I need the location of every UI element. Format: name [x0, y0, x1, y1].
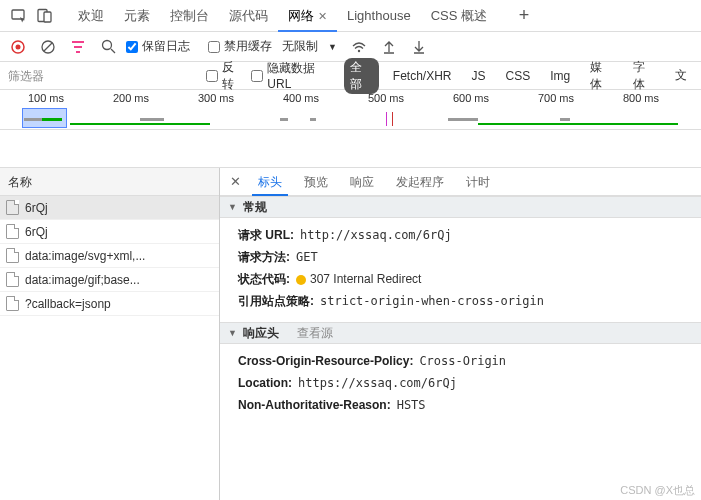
- clear-button[interactable]: [36, 35, 60, 59]
- header-key: Cross-Origin-Resource-Policy:: [238, 350, 413, 372]
- status-dot-icon: [296, 275, 306, 285]
- filter-bar: 筛选器 反转 隐藏数据 URL 全部 Fetch/XHR JS CSS Img …: [0, 62, 701, 90]
- add-tab-button[interactable]: +: [511, 5, 537, 26]
- filter-media[interactable]: 媒体: [584, 58, 618, 94]
- close-detail-button[interactable]: ✕: [224, 174, 246, 189]
- filter-all[interactable]: 全部: [344, 58, 378, 94]
- inspect-icon[interactable]: [6, 3, 32, 29]
- file-icon: [6, 272, 19, 287]
- timeline-spacer: [0, 130, 701, 168]
- close-icon[interactable]: ✕: [318, 10, 327, 22]
- svg-point-9: [358, 49, 360, 51]
- preserve-log-checkbox[interactable]: 保留日志: [126, 38, 190, 55]
- filter-font[interactable]: 字体: [627, 58, 661, 94]
- tab-elements[interactable]: 元素: [114, 0, 160, 32]
- hide-data-urls-checkbox[interactable]: 隐藏数据 URL: [251, 60, 336, 91]
- request-method-label: 请求方法:: [238, 246, 290, 268]
- header-value: Cross-Origin: [419, 350, 506, 372]
- header-value: https://xssaq.com/6rQj: [298, 372, 457, 394]
- filter-input[interactable]: 筛选器: [8, 66, 198, 86]
- watermark: CSDN @X也总: [620, 483, 695, 498]
- request-row[interactable]: data:image/gif;base...: [0, 268, 219, 292]
- request-url-label: 请求 URL:: [238, 224, 294, 246]
- filter-icon[interactable]: [66, 35, 90, 59]
- devtools-tabbar: 欢迎 元素 控制台 源代码 网络✕ Lighthouse CSS 概述 +: [0, 0, 701, 32]
- record-button[interactable]: [6, 35, 30, 59]
- tab-lighthouse[interactable]: Lighthouse: [337, 0, 421, 32]
- status-code-label: 状态代码:: [238, 268, 290, 290]
- request-method-value: GET: [296, 246, 318, 268]
- tab-sources[interactable]: 源代码: [219, 0, 278, 32]
- search-icon[interactable]: [96, 35, 120, 59]
- detail-tab-initiator[interactable]: 发起程序: [386, 168, 454, 196]
- disable-cache-checkbox[interactable]: 禁用缓存: [208, 38, 272, 55]
- tab-network[interactable]: 网络✕: [278, 0, 337, 32]
- chevron-down-icon: ▼: [228, 322, 237, 344]
- view-source-link[interactable]: 查看源: [297, 322, 333, 344]
- file-icon: [6, 248, 19, 263]
- status-code-value: 307 Internal Redirect: [296, 268, 421, 290]
- filter-fetch[interactable]: Fetch/XHR: [387, 68, 458, 84]
- header-key: Location:: [238, 372, 292, 394]
- request-url-value: http://xssaq.com/6rQj: [300, 224, 452, 246]
- download-icon[interactable]: [407, 35, 431, 59]
- svg-line-6: [44, 43, 52, 51]
- filter-img[interactable]: Img: [544, 68, 576, 84]
- request-row[interactable]: 6rQj: [0, 220, 219, 244]
- header-key: Non-Authoritative-Reason:: [238, 394, 391, 416]
- filter-js[interactable]: JS: [466, 68, 492, 84]
- svg-rect-2: [44, 12, 51, 22]
- file-icon: [6, 224, 19, 239]
- referrer-policy-label: 引用站点策略:: [238, 290, 314, 312]
- waterfall: [0, 112, 701, 126]
- name-column: 名称 6rQj 6rQj data:image/svg+xml,... data…: [0, 168, 220, 500]
- referrer-policy-value: strict-origin-when-cross-origin: [320, 290, 544, 312]
- header-value: HSTS: [397, 394, 426, 416]
- tab-console[interactable]: 控制台: [160, 0, 219, 32]
- detail-tab-response[interactable]: 响应: [340, 168, 384, 196]
- detail-tab-timing[interactable]: 计时: [456, 168, 500, 196]
- invert-checkbox[interactable]: 反转: [206, 59, 243, 93]
- upload-icon[interactable]: [377, 35, 401, 59]
- svg-line-8: [111, 49, 115, 53]
- detail-tab-headers[interactable]: 标头: [248, 168, 292, 196]
- file-icon: [6, 200, 19, 215]
- detail-tab-preview[interactable]: 预览: [294, 168, 338, 196]
- filter-doc[interactable]: 文: [669, 66, 693, 85]
- svg-point-7: [102, 41, 111, 50]
- detail-panel: ✕ 标头 预览 响应 发起程序 计时 ▼常规 请求 URL:http://xss…: [220, 168, 701, 500]
- timeline[interactable]: 100 ms 200 ms 300 ms 400 ms 500 ms 600 m…: [0, 90, 701, 130]
- section-general[interactable]: ▼常规: [220, 196, 701, 218]
- tab-css-overview[interactable]: CSS 概述: [421, 0, 497, 32]
- svg-point-4: [16, 44, 21, 49]
- request-row[interactable]: 6rQj: [0, 196, 219, 220]
- section-response-headers[interactable]: ▼响应头查看源: [220, 322, 701, 344]
- throttle-select[interactable]: 无限制▼: [278, 38, 341, 55]
- chevron-down-icon: ▼: [228, 196, 237, 218]
- tab-welcome[interactable]: 欢迎: [68, 0, 114, 32]
- column-header-name[interactable]: 名称: [0, 168, 219, 196]
- wifi-icon[interactable]: [347, 35, 371, 59]
- device-icon[interactable]: [32, 3, 58, 29]
- file-icon: [6, 296, 19, 311]
- request-row[interactable]: ?callback=jsonp: [0, 292, 219, 316]
- svg-rect-0: [12, 10, 24, 19]
- filter-css[interactable]: CSS: [500, 68, 537, 84]
- request-row[interactable]: data:image/svg+xml,...: [0, 244, 219, 268]
